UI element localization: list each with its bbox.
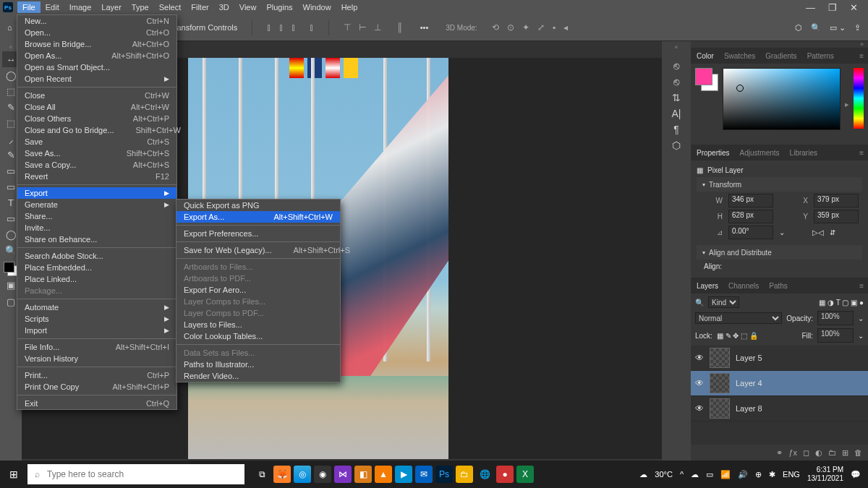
vlc-icon[interactable]: ▲	[375, 466, 392, 483]
onedrive-icon[interactable]: ☁	[691, 470, 699, 479]
fill-field[interactable]: 100%	[817, 328, 854, 343]
menu-item-paths-to-illustrator[interactable]: Paths to Illustrator...	[176, 359, 340, 370]
explorer-icon[interactable]: 🗀	[456, 466, 473, 483]
menu-item-save-as[interactable]: Save As...Shift+Ctrl+S	[17, 147, 176, 159]
tab-gradients[interactable]: Gradients	[765, 52, 796, 60]
menu-item-export[interactable]: Export▶	[17, 187, 176, 199]
menu-item-layers-to-files[interactable]: Layers to Files...	[176, 319, 340, 330]
menu-item-close-all[interactable]: Close AllAlt+Ctrl+W	[17, 101, 176, 113]
language-indicator[interactable]: ENG	[783, 470, 800, 479]
weather-icon[interactable]: ☁	[639, 470, 647, 479]
layer-fx-icon[interactable]: ƒx	[788, 448, 797, 457]
3d-mode-icons[interactable]: ⟲⊙✦⤢▪◂	[492, 22, 568, 33]
menu-item-render-video[interactable]: Render Video...	[176, 370, 340, 382]
start-button[interactable]: ⊞	[0, 461, 27, 488]
outlook-icon[interactable]: ✉	[415, 466, 433, 483]
menu-item-export-as[interactable]: Export As...Alt+Shift+Ctrl+W	[176, 211, 340, 223]
maximize-button[interactable]: ❐	[828, 2, 837, 13]
visibility-icon[interactable]: 👁	[695, 378, 704, 388]
menu-item-import[interactable]: Import▶	[17, 325, 176, 336]
menu-item-quick-export-as-png[interactable]: Quick Export as PNG	[176, 200, 340, 211]
collapsed-panel-0[interactable]: ⎋	[668, 58, 684, 74]
network-icon[interactable]: ⊕	[755, 470, 762, 479]
hue-slider[interactable]	[854, 68, 864, 129]
share-icon[interactable]: ⬡	[795, 23, 802, 33]
notifications-icon[interactable]: 💬	[851, 470, 861, 479]
close-button[interactable]: ✕	[850, 2, 858, 13]
menu-item-close-and-go-to-bridge[interactable]: Close and Go to Bridge...Shift+Ctrl+W	[17, 124, 176, 136]
visibility-icon[interactable]: 👁	[695, 403, 704, 414]
delete-layer-icon[interactable]: 🗑	[854, 448, 862, 457]
flip-v-icon[interactable]: ⇵	[830, 228, 835, 236]
edge-icon[interactable]: ◎	[294, 466, 311, 483]
menu-item-open-as[interactable]: Open As...Alt+Shift+Ctrl+O	[17, 50, 176, 61]
tab-paths[interactable]: Paths	[769, 282, 788, 290]
tab-color[interactable]: Color	[697, 52, 714, 60]
tab-libraries[interactable]: Libraries	[790, 149, 817, 157]
adjustment-layer-icon[interactable]: ◐	[815, 448, 822, 458]
lock-icons[interactable]: ▦ ✎ ✥ ⬚ 🔒	[717, 332, 758, 340]
tab-channels[interactable]: Channels	[728, 282, 759, 290]
layer-row[interactable]: 👁Layer 5	[691, 346, 868, 371]
workspace-icon[interactable]: ▭ ⌄	[830, 23, 846, 33]
more-icon[interactable]: •••	[420, 23, 429, 32]
layer-thumbnail[interactable]	[710, 373, 730, 393]
menu-item-new[interactable]: New...Ctrl+N	[17, 15, 176, 27]
angle-field[interactable]: 0.00°	[728, 226, 773, 239]
menu-3d[interactable]: 3D	[214, 1, 234, 13]
menu-item-save[interactable]: SaveCtrl+S	[17, 136, 176, 147]
distribute-icons[interactable]: ⊤⊢⊥║	[344, 22, 403, 33]
flip-h-icon[interactable]: ▷◁	[812, 228, 824, 236]
menu-item-search-adobe-stock[interactable]: Search Adobe Stock...	[17, 250, 176, 262]
layer-row[interactable]: 👁Layer 4	[691, 371, 868, 396]
menu-select[interactable]: Select	[154, 1, 187, 13]
align-section[interactable]: ▾Align and Distribute	[697, 245, 862, 260]
collapsed-panel-2[interactable]: ⇅	[668, 90, 684, 106]
tab-swatches[interactable]: Swatches	[724, 52, 755, 60]
tab-layers[interactable]: Layers	[697, 282, 718, 290]
layer-thumbnail[interactable]	[710, 348, 730, 368]
movies-icon[interactable]: ▶	[395, 466, 412, 483]
menu-item-file-info[interactable]: File Info...Alt+Shift+Ctrl+I	[17, 341, 176, 353]
panel-menu-icon[interactable]: ≡	[859, 149, 864, 157]
tab-properties[interactable]: Properties	[697, 149, 730, 157]
obs-icon[interactable]: ◉	[314, 466, 331, 483]
photoshop-taskbar-icon[interactable]: Ps	[435, 466, 453, 483]
wifi-icon[interactable]: 📶	[720, 470, 731, 479]
menu-item-close[interactable]: CloseCtrl+W	[17, 90, 176, 101]
new-layer-icon[interactable]: ⊞	[842, 448, 848, 458]
vscode-icon[interactable]: ⋈	[334, 466, 352, 483]
collapsed-panel-3[interactable]: A|	[668, 106, 684, 121]
menu-item-scripts[interactable]: Scripts▶	[17, 313, 176, 325]
collapsed-panel-4[interactable]: ¶	[668, 121, 684, 137]
home-icon[interactable]: ⌂	[7, 23, 12, 32]
tab-patterns[interactable]: Patterns	[807, 52, 834, 60]
excel-icon[interactable]: X	[516, 466, 534, 483]
menu-item-exit[interactable]: ExitCtrl+Q	[17, 398, 176, 409]
minimize-button[interactable]: —	[806, 2, 815, 13]
menu-item-close-others[interactable]: Close OthersAlt+Ctrl+P	[17, 113, 176, 124]
menu-layer[interactable]: Layer	[96, 1, 127, 13]
color-swatches[interactable]	[695, 68, 718, 91]
menu-item-export-preferences[interactable]: Export Preferences...	[176, 228, 340, 239]
color-field[interactable]	[723, 68, 841, 130]
collapsed-panel-1[interactable]: ⎋	[668, 74, 684, 90]
menu-item-open-recent[interactable]: Open Recent▶	[17, 73, 176, 85]
menu-item-place-embedded[interactable]: Place Embedded...	[17, 262, 176, 273]
menu-plugins[interactable]: Plugins	[261, 1, 297, 13]
foreground-background-swatch[interactable]	[4, 262, 18, 276]
volume-icon[interactable]: 🔊	[738, 470, 748, 479]
menu-view[interactable]: View	[234, 1, 262, 13]
panel-menu-icon[interactable]: ≡	[859, 52, 864, 60]
align-icons[interactable]: ⫿⫿⫿⫿	[267, 22, 314, 33]
layer-thumbnail[interactable]	[710, 398, 730, 419]
layer-row[interactable]: 👁Layer 8	[691, 396, 868, 421]
menu-item-share[interactable]: Share...	[17, 210, 176, 222]
menu-filter[interactable]: Filter	[186, 1, 213, 13]
app2-icon[interactable]: ●	[496, 466, 514, 483]
menu-item-open[interactable]: Open...Ctrl+O	[17, 27, 176, 38]
share-arrow-icon[interactable]: ⇪	[854, 23, 861, 33]
menu-image[interactable]: Image	[64, 1, 97, 13]
blend-mode-select[interactable]: Normal	[695, 312, 782, 324]
chrome-icon[interactable]: 🌐	[476, 466, 493, 483]
